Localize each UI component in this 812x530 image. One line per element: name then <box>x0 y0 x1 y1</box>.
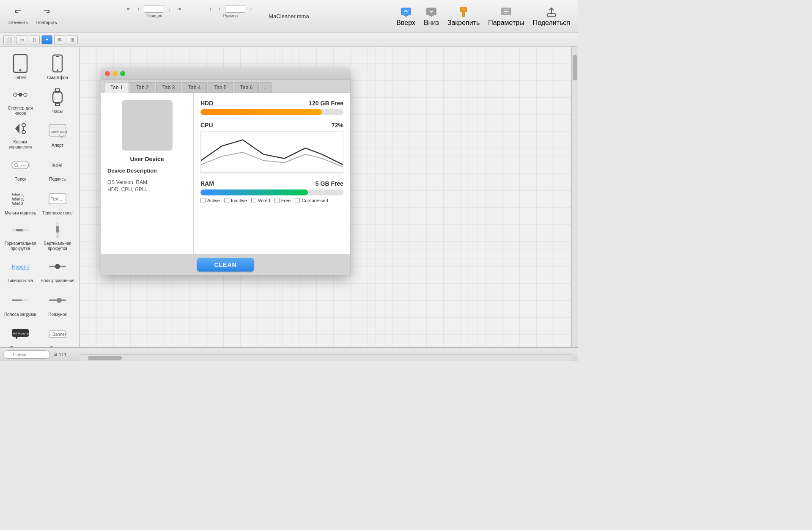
sidebar-item-hyperlink[interactable]: Hyperlink Гиперссылка <box>2 253 39 287</box>
add-btn[interactable]: + <box>41 35 52 44</box>
tab-3[interactable]: Tab 3 <box>156 82 181 93</box>
pos-left-btn[interactable]: ⇤ <box>125 5 133 13</box>
svg-point-15 <box>19 93 22 96</box>
checkbox-compressed[interactable] <box>295 198 300 203</box>
svg-rect-3 <box>462 12 465 16</box>
size-right-btn[interactable]: ↕ <box>247 5 255 13</box>
undo-button[interactable]: Отменить <box>5 6 31 27</box>
check-inactive[interactable]: Inactive <box>224 198 247 203</box>
sidebar-item-alert[interactable]: Lorem ipsum Алерт <box>39 118 76 151</box>
tab-more[interactable]: ... <box>260 82 272 93</box>
sidebar-item-watch[interactable]: Часы <box>39 84 76 118</box>
pos-down-btn[interactable]: ↓ <box>166 5 173 13</box>
device-name: User Device <box>130 156 164 162</box>
redo-button[interactable]: Повторить <box>33 6 60 27</box>
svg-text:label 3: label 3 <box>12 201 23 206</box>
window-titlebar <box>101 68 350 80</box>
tab-1[interactable]: Tab 1 <box>104 82 129 93</box>
size-up-btn[interactable]: ↑ <box>216 5 223 13</box>
checkbox-free[interactable] <box>274 198 280 203</box>
sidebar-item-label[interactable]: label Подпись <box>39 151 76 185</box>
svg-rect-2 <box>461 7 467 11</box>
down-button[interactable]: Вниз <box>421 5 442 28</box>
grid-btn[interactable]: ⊞ <box>67 35 78 44</box>
sidebar-item-slider[interactable]: Ползунок <box>39 287 76 321</box>
share-button[interactable]: Поделиться <box>530 5 573 28</box>
hdd-label: HDD <box>200 100 213 107</box>
clean-button[interactable]: CLEAN <box>197 258 253 272</box>
bottom-scroll-thumb[interactable] <box>88 356 122 360</box>
sidebar-item-slider-control[interactable]: Блок управления <box>39 253 76 287</box>
sidebar-item-tooltip[interactable]: Hi! How're u? Подсказка <box>2 321 39 347</box>
sidebar-item-controls[interactable]: Кнопки управления <box>2 118 39 151</box>
svg-point-14 <box>57 69 58 71</box>
up-button[interactable]: Вверх <box>394 5 418 28</box>
sidebar-item-hscroll[interactable]: Горизонтальная прокрутка <box>2 219 39 253</box>
pin-button[interactable]: Закрепить <box>445 5 483 28</box>
sidebar-label-tablet: Tablet <box>15 75 26 80</box>
component-sidebar: Tablet Смартфон <box>0 47 80 347</box>
canvas-scroll-thumb[interactable] <box>573 55 577 80</box>
sidebar-item-tablet[interactable]: Tablet <box>2 50 39 84</box>
params-button[interactable]: Параметры <box>486 5 527 28</box>
bottom-search-input[interactable] <box>3 350 50 359</box>
settings-sec-btn[interactable]: ⚙ <box>54 35 65 44</box>
multilabel-icon: label 1, label 2, label 3 <box>10 189 30 209</box>
check-free[interactable]: Free <box>274 198 291 203</box>
sidebar-item-multilabel[interactable]: label 1, label 2, label 3 Мульти подпись <box>2 185 39 219</box>
sidebar-label-hyperlink: Гиперссылка <box>8 278 33 283</box>
banner-icon: Banner <box>47 324 68 344</box>
pos-right-btn[interactable]: ⇥ <box>175 5 183 13</box>
hdd-section: HDD 120 GB Free <box>200 100 343 115</box>
pos-x-input[interactable] <box>144 5 164 13</box>
sidebar-item-stepper-watch[interactable]: Степпер для часов <box>2 84 39 118</box>
sidebar-item-vscroll[interactable]: Вертикальная прокрутка <box>39 219 76 253</box>
search-wrapper: 🔍 <box>3 350 50 359</box>
checkbox-inactive[interactable] <box>224 198 229 203</box>
sidebar-item-textfield[interactable]: Text... Текстовое поле <box>39 185 76 219</box>
sidebar-label-smartphone: Смартфон <box>47 75 68 80</box>
check-active[interactable]: Active <box>200 198 220 203</box>
svg-point-26 <box>22 124 25 127</box>
cpu-section: CPU 72% <box>200 122 343 173</box>
controls-icon <box>10 119 30 138</box>
monitor-btn[interactable]: ⬜ <box>3 35 14 44</box>
bottom-scrollbar[interactable] <box>80 354 571 361</box>
size-left-btn[interactable]: ↕ <box>206 5 214 13</box>
pos-up-btn[interactable]: ↑ <box>134 5 142 13</box>
hdd-progress-fill <box>200 109 322 115</box>
cpu-value: 72% <box>332 122 343 129</box>
tab-6[interactable]: Tab 6 <box>234 82 259 93</box>
watch-icon <box>47 87 68 107</box>
size-input[interactable] <box>225 5 245 13</box>
tablet-btn[interactable]: ▭ <box>16 35 27 44</box>
share-icon <box>545 6 558 18</box>
checkbox-wired[interactable] <box>251 198 256 203</box>
tab-2[interactable]: Tab 2 <box>130 82 155 93</box>
canvas-area[interactable]: Tab 1 Tab 2 Tab 3 Tab 4 Tab 5 Tab 6 <box>80 47 578 347</box>
svg-point-54 <box>57 298 62 303</box>
main-toolbar: Отменить Повторить MaCleaner.mma ⇤ ↑ ↓ ⇥… <box>0 0 578 33</box>
sidebar-label-controls: Кнопки управления <box>3 140 37 150</box>
svg-rect-52 <box>12 299 22 301</box>
close-traffic-light[interactable] <box>105 71 110 76</box>
sidebar-item-banner[interactable]: Banner Баннер <box>39 321 76 347</box>
pin-icon <box>457 6 470 18</box>
svg-point-27 <box>22 130 25 134</box>
tab-5[interactable]: Tab 5 <box>208 82 233 93</box>
sidebar-item-search[interactable]: Search Поиск <box>2 151 39 185</box>
phone-btn[interactable]: ▯ <box>29 35 40 44</box>
check-wired[interactable]: Wired <box>251 198 270 203</box>
minimize-traffic-light[interactable] <box>112 71 118 76</box>
hdd-progress-bg <box>200 109 343 115</box>
tab-4[interactable]: Tab 4 <box>182 82 207 93</box>
ram-progress-fill <box>200 189 308 195</box>
check-compressed[interactable]: Compressed <box>295 198 328 203</box>
sidebar-item-progress[interactable]: Полоса загрузки <box>2 287 39 321</box>
window-footer: CLEAN <box>101 254 350 275</box>
maximize-traffic-light[interactable] <box>120 71 125 76</box>
canvas-scrollbar[interactable] <box>571 47 578 347</box>
undo-icon <box>12 8 24 19</box>
checkbox-active[interactable] <box>200 198 206 203</box>
sidebar-item-smartphone[interactable]: Смартфон <box>39 50 76 84</box>
